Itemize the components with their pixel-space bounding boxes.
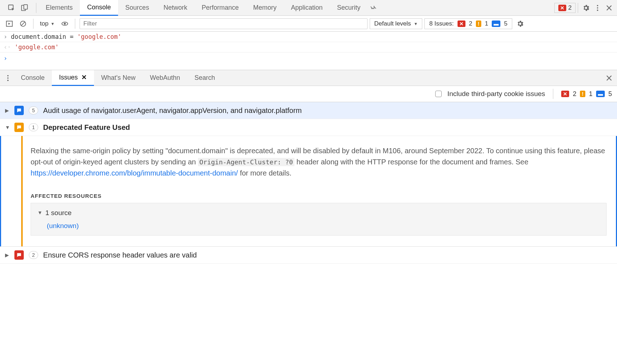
console-settings-icon[interactable] [514, 18, 526, 29]
desc-link[interactable]: https://developer.chrome.com/blog/immuta… [31, 169, 238, 177]
live-expression-icon[interactable] [59, 18, 71, 29]
context-selector[interactable]: top ▼ [38, 20, 57, 27]
code-text: document.domain = [11, 33, 77, 40]
tab-memory[interactable]: Memory [246, 0, 284, 16]
issue-title: Deprecated Feature Used [43, 123, 130, 132]
info-icon: ▬ [492, 21, 500, 27]
info-category-icon [14, 106, 24, 115]
level-label: Default levels [374, 20, 411, 27]
error-icon: ✕ [558, 5, 566, 11]
separator [75, 19, 75, 29]
device-toggle-icon[interactable] [19, 2, 30, 14]
drawer-tab-webauthn[interactable]: WebAuthn [143, 70, 188, 86]
warning-icon: ! [476, 21, 481, 27]
tab-label: Application [291, 4, 323, 12]
tab-label: What's New [101, 74, 135, 82]
console-input-row: › document.domain = 'google.com' [0, 32, 617, 42]
error-icon: ✕ [561, 91, 569, 97]
settings-icon[interactable] [580, 2, 592, 14]
tab-label: Elements [46, 4, 73, 12]
warning-count: 1 [589, 90, 593, 98]
info-icon: ▬ [596, 91, 605, 97]
svg-point-12 [7, 77, 9, 79]
error-count: 2 [573, 90, 576, 98]
drawer-tab-search[interactable]: Search [187, 70, 222, 86]
console-body: › document.domain = 'google.com' ‹· 'goo… [0, 32, 617, 70]
filter-input[interactable] [80, 18, 368, 29]
warning-count: 1 [485, 20, 488, 27]
sidebar-toggle-icon[interactable] [4, 18, 15, 29]
tab-network[interactable]: Network [156, 0, 194, 16]
output-chevron-icon: ‹· [4, 44, 11, 51]
console-prompt-row[interactable]: › [0, 53, 617, 70]
tab-label: Memory [253, 4, 276, 12]
tab-label: Sources [125, 4, 149, 12]
tab-performance[interactable]: Performance [194, 0, 246, 16]
info-count: 5 [504, 20, 507, 27]
issue-row[interactable]: ▶ 5 Audit usage of navigator.userAgent, … [0, 102, 617, 119]
tab-label: Issues [59, 74, 78, 81]
svg-point-3 [597, 5, 598, 6]
close-devtools-icon[interactable] [603, 2, 615, 14]
affected-resources-box: ▼ 1 source (unknown) [31, 203, 607, 236]
drawer-tab-issues[interactable]: Issues ✕ [52, 70, 94, 86]
clear-console-icon[interactable] [17, 18, 29, 29]
issue-description: Relaxing the same-origin policy by setti… [31, 145, 607, 179]
tab-elements[interactable]: Elements [39, 0, 80, 16]
svg-marker-7 [8, 23, 10, 25]
issues-label: 8 Issues: [429, 20, 454, 27]
chevron-down-icon: ▼ [51, 22, 55, 26]
warning-icon: ! [580, 91, 585, 97]
tab-label: WebAuthn [150, 74, 180, 82]
source-link[interactable]: (unknown) [47, 220, 600, 231]
drawer-tab-whatsnew[interactable]: What's New [94, 70, 143, 86]
kebab-menu-icon[interactable] [592, 2, 603, 14]
tab-console[interactable]: Console [80, 0, 118, 16]
issue-title: Audit usage of navigator.userAgent, navi… [43, 106, 302, 115]
desc-text: for more details. [238, 169, 292, 177]
issue-row[interactable]: ▶ 2 Ensure CORS response header values a… [0, 246, 617, 264]
svg-point-4 [597, 7, 598, 9]
error-counter[interactable]: ✕ 2 [554, 3, 576, 13]
tab-label: Network [163, 4, 187, 12]
chevron-down-icon: ▼ [414, 22, 418, 26]
collapse-icon[interactable]: ▼ [37, 209, 42, 217]
expand-icon[interactable]: ▶ [5, 108, 9, 113]
close-drawer-icon[interactable] [603, 72, 615, 84]
expand-icon[interactable]: ▶ [5, 252, 9, 258]
tab-sources[interactable]: Sources [118, 0, 156, 16]
svg-point-5 [597, 9, 598, 11]
issue-row[interactable]: ▼ 1 Deprecated Feature Used [0, 119, 617, 136]
drawer-menu-icon[interactable] [2, 72, 14, 84]
log-level-selector[interactable]: Default levels ▼ [370, 18, 423, 29]
input-chevron-icon: › [4, 33, 7, 40]
issues-summary[interactable]: 8 Issues: ✕2 !1 ▬5 [424, 18, 512, 29]
tab-application[interactable]: Application [284, 0, 330, 16]
error-count: 2 [469, 20, 472, 27]
issues-counts: ✕2 !1 ▬5 [561, 90, 612, 98]
tab-security[interactable]: Security [330, 0, 368, 16]
more-tabs-icon[interactable] [368, 2, 379, 14]
svg-point-11 [7, 75, 9, 76]
issue-count: 5 [29, 106, 38, 114]
include-third-party-checkbox[interactable] [435, 91, 442, 97]
context-label: top [40, 20, 49, 27]
collapse-icon[interactable]: ▼ [5, 124, 9, 130]
desc-text: header along with the HTTP response for … [294, 158, 528, 166]
issue-title: Ensure CORS response header values are v… [43, 251, 197, 259]
issue-count: 2 [29, 251, 38, 259]
console-output-row: ‹· 'google.com' [0, 42, 617, 53]
separator [553, 89, 553, 99]
separator [33, 19, 33, 29]
checkbox-label: Include third-party cookie issues [447, 90, 545, 98]
separator [36, 3, 36, 13]
drawer-tab-console[interactable]: Console [14, 70, 52, 86]
warning-category-icon [14, 123, 24, 132]
issues-toolbar: Include third-party cookie issues ✕2 !1 … [0, 86, 617, 102]
source-count-row[interactable]: ▼ 1 source [37, 208, 600, 218]
close-tab-icon[interactable]: ✕ [81, 73, 87, 81]
desc-code: Origin-Agent-Cluster: ?0 [198, 158, 294, 166]
inspect-element-icon[interactable] [6, 2, 17, 14]
issue-detail-panel: Relaxing the same-origin policy by setti… [0, 136, 617, 246]
tab-label: Search [194, 74, 215, 82]
